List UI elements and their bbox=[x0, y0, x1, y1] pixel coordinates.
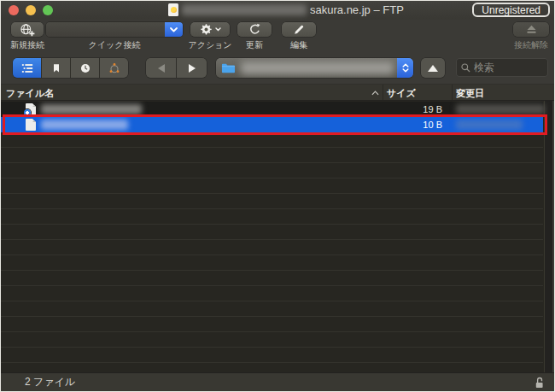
new-connection-button[interactable] bbox=[11, 22, 44, 37]
refresh-icon bbox=[248, 23, 261, 36]
redacted-host-name bbox=[182, 4, 307, 15]
history-nav-control bbox=[146, 58, 207, 78]
file-size: 10 B bbox=[383, 120, 442, 130]
zoom-window-button[interactable] bbox=[43, 5, 53, 15]
forward-button[interactable] bbox=[177, 58, 207, 78]
folder-icon bbox=[221, 62, 236, 74]
column-header-filename[interactable]: ファイル名 bbox=[6, 87, 54, 100]
path-popup-chevrons-button[interactable] bbox=[397, 58, 413, 78]
refresh-button[interactable] bbox=[237, 22, 272, 37]
eject-icon bbox=[525, 23, 538, 36]
sort-ascending-icon bbox=[371, 91, 379, 96]
scrollbar-gutter[interactable] bbox=[544, 101, 554, 372]
new-connection-item: 新規接続 bbox=[6, 22, 49, 51]
main-toolbar: 新規接続 クイック接続 アクション bbox=[1, 20, 554, 52]
refresh-item: 更新 bbox=[236, 22, 273, 51]
up-triangle-icon bbox=[428, 65, 438, 72]
titlebar: sakura.ne.jp – FTP Unregistered bbox=[1, 1, 554, 20]
clock-icon bbox=[79, 62, 91, 74]
redacted-modified-date bbox=[456, 120, 523, 130]
redacted-modified-date bbox=[456, 104, 545, 114]
gear-icon bbox=[200, 23, 213, 36]
disconnect-button[interactable] bbox=[513, 22, 549, 37]
view-segmented-control bbox=[13, 58, 128, 78]
bookmarks-segment[interactable] bbox=[42, 58, 70, 78]
quick-connect-item: クイック接続 bbox=[46, 22, 183, 51]
bonjour-icon bbox=[108, 62, 120, 74]
action-label: アクション bbox=[188, 39, 232, 51]
quick-connect-dropdown-button[interactable] bbox=[165, 22, 183, 37]
disconnect-label: 接続解除 bbox=[511, 39, 552, 51]
pencil-icon bbox=[293, 24, 305, 36]
document-proxy-icon bbox=[168, 3, 178, 16]
close-window-button[interactable] bbox=[9, 5, 19, 15]
unlocked-padlock-icon[interactable] bbox=[534, 376, 545, 389]
outline-view-segment[interactable] bbox=[13, 58, 41, 78]
new-connection-label: 新規接続 bbox=[6, 39, 49, 51]
refresh-label: 更新 bbox=[236, 39, 273, 51]
sync-badge-icon bbox=[24, 109, 31, 116]
go-up-directory-button[interactable] bbox=[421, 58, 445, 78]
action-item: アクション bbox=[188, 22, 232, 51]
browser-navbar bbox=[1, 52, 554, 84]
action-button[interactable] bbox=[190, 22, 230, 37]
window-title: sakura.ne.jp – FTP bbox=[310, 3, 404, 16]
document-icon bbox=[26, 119, 36, 131]
column-header-size[interactable]: サイズ bbox=[387, 87, 416, 100]
bonjour-segment[interactable] bbox=[100, 58, 128, 78]
search-icon bbox=[460, 62, 471, 73]
column-header-modified[interactable]: 変更日 bbox=[456, 87, 484, 100]
quick-connect-label: クイック接続 bbox=[46, 39, 183, 51]
file-size: 19 B bbox=[383, 104, 442, 114]
forward-arrow-icon bbox=[189, 64, 196, 73]
redacted-file-name bbox=[41, 120, 128, 130]
outline-list-icon bbox=[21, 62, 33, 74]
quick-connect-combobox[interactable] bbox=[46, 22, 183, 37]
minimize-window-button[interactable] bbox=[26, 5, 36, 15]
search-field-container bbox=[456, 58, 548, 77]
history-segment[interactable] bbox=[71, 58, 99, 78]
app-window: sakura.ne.jp – FTP Unregistered 新規接続 ク bbox=[0, 0, 555, 392]
redacted-file-name bbox=[41, 104, 142, 114]
chevron-down-icon bbox=[215, 27, 221, 32]
redacted-current-path bbox=[241, 61, 394, 74]
empty-row-gridlines bbox=[1, 132, 543, 372]
globe-plus-icon bbox=[20, 23, 35, 37]
edit-item: 編集 bbox=[280, 22, 318, 51]
edit-label: 編集 bbox=[280, 39, 318, 51]
file-count: 2 ファイル bbox=[25, 375, 75, 389]
edit-button[interactable] bbox=[282, 22, 316, 37]
table-header: ファイル名 サイズ 変更日 bbox=[1, 84, 554, 101]
statusbar: 2 ファイル bbox=[1, 372, 554, 391]
unregistered-badge: Unregistered bbox=[472, 3, 550, 17]
column-divider[interactable] bbox=[383, 85, 383, 100]
search-input[interactable] bbox=[474, 61, 544, 73]
up-down-chevrons-icon bbox=[401, 61, 410, 74]
path-popup-button[interactable] bbox=[216, 58, 413, 78]
disconnect-item: 接続解除 bbox=[511, 22, 552, 51]
file-list: 19 B 10 B bbox=[1, 101, 554, 372]
table-row-selected[interactable]: 10 B bbox=[1, 117, 543, 132]
back-button[interactable] bbox=[146, 58, 176, 78]
table-row[interactable]: 19 B bbox=[1, 102, 543, 117]
back-arrow-icon bbox=[158, 64, 165, 73]
column-divider[interactable] bbox=[452, 85, 453, 100]
quick-connect-field[interactable] bbox=[46, 22, 165, 37]
chevron-down-icon bbox=[169, 26, 178, 33]
bookmark-icon bbox=[51, 62, 61, 74]
